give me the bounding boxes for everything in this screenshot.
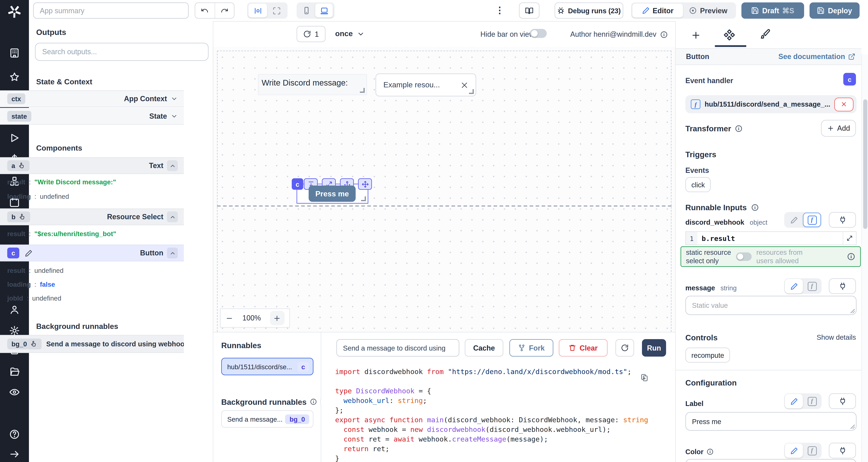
resize-handle[interactable] [469, 89, 474, 94]
settings-gear-icon[interactable] [9, 325, 20, 336]
help-icon[interactable] [9, 429, 20, 440]
static-mode-pencil-button[interactable] [785, 212, 803, 227]
save-icon [751, 7, 759, 14]
component-row-b[interactable]: b Resource Select [0, 208, 184, 225]
textarea-resize-handle[interactable] [850, 425, 855, 429]
collapse-b-button[interactable] [167, 211, 178, 222]
see-documentation-link[interactable]: See documentation [778, 53, 855, 61]
documentation-book-button[interactable] [519, 2, 539, 19]
debug-runs-button[interactable]: Debug runs (23) [555, 2, 623, 19]
tab-editor[interactable]: Editor [632, 4, 683, 18]
centered-layout-button[interactable] [248, 4, 267, 18]
show-details-link[interactable]: Show details [808, 334, 856, 341]
message-static-value-input[interactable] [685, 296, 857, 315]
undo-button[interactable] [195, 3, 215, 18]
code-lines[interactable]: import discordwebhook from "https://deno… [335, 367, 670, 462]
bg0-label: Send a message to discord using webhoo [46, 340, 184, 348]
label-value-input[interactable] [685, 412, 857, 431]
copy-code-button[interactable] [640, 373, 649, 382]
app-summary-input[interactable] [33, 2, 189, 19]
editor-refresh-button[interactable] [615, 339, 634, 357]
cache-button[interactable]: Cache [465, 339, 503, 357]
static-mode-pencil-button[interactable] [785, 394, 803, 408]
tab-styling[interactable] [760, 29, 771, 40]
bg-runnable-item[interactable]: Send a message... bg_0 [221, 410, 313, 428]
app-height-divider[interactable] [217, 205, 672, 207]
static-mode-pencil-button[interactable] [785, 443, 803, 458]
deploy-button[interactable]: Deploy [809, 2, 860, 19]
schedule-dropdown[interactable]: once [335, 30, 365, 38]
draft-button[interactable]: Draft ⌘S [741, 2, 804, 19]
runnable-item-selected[interactable]: hub/1511/discord/se... c [221, 358, 313, 375]
eval-mode-fx-button[interactable]: f [803, 443, 821, 458]
refresh-count-button[interactable]: 1 [297, 26, 326, 42]
search-outputs-input[interactable] [35, 43, 209, 61]
recompute-chip[interactable]: recompute [685, 348, 730, 363]
info-icon [310, 398, 317, 405]
canvas-text-component[interactable]: Write Discord message: [258, 74, 367, 95]
textarea-resize-handle[interactable] [850, 309, 855, 313]
canvas-resource-select[interactable]: Example resou... [375, 73, 476, 96]
discord-webhook-connect-button[interactable] [829, 212, 856, 228]
fork-button[interactable]: Fork [509, 339, 553, 357]
add-transformer-button[interactable]: Add [821, 120, 856, 137]
background-runnable-row[interactable]: bg_0 Send a message to discord using web… [0, 335, 184, 353]
expand-code-editor-button[interactable] [843, 232, 856, 244]
windmill-logo-icon[interactable] [8, 5, 21, 18]
scrollbar-thumb[interactable] [863, 99, 867, 229]
component-row-a[interactable]: a Text [0, 157, 184, 174]
state-badge: state [7, 111, 31, 122]
event-handler-component-badge: c [843, 73, 856, 86]
discord-webhook-code-input[interactable]: 1 b.result [685, 231, 857, 245]
runnable-name-input[interactable] [336, 339, 459, 357]
clear-x-icon[interactable] [461, 81, 468, 89]
resize-handle[interactable] [361, 196, 366, 201]
run-button[interactable]: Run [642, 339, 666, 357]
zoom-in-plus-button[interactable] [270, 311, 284, 325]
collapse-arrow-icon[interactable] [9, 449, 20, 460]
runs-play-icon[interactable] [9, 133, 20, 143]
eval-mode-fx-button[interactable]: f [803, 394, 821, 408]
audit-eye-icon[interactable] [9, 387, 20, 398]
clear-button[interactable]: Clear [559, 339, 608, 357]
redo-button[interactable] [215, 3, 234, 18]
resize-handle[interactable] [360, 88, 365, 93]
remove-handler-button[interactable] [834, 97, 854, 111]
eval-mode-fx-button[interactable]: f [803, 212, 821, 227]
collapse-a-button[interactable] [167, 160, 178, 171]
full-width-button[interactable] [267, 4, 286, 18]
label-connect-button[interactable] [829, 393, 856, 409]
hide-bar-toggle[interactable] [530, 29, 547, 38]
scrollbar-track[interactable] [861, 54, 868, 462]
output-row-ctx[interactable]: ctx App Context [0, 90, 184, 107]
desktop-view-button[interactable] [315, 4, 333, 18]
expand-icon [272, 6, 281, 15]
info-icon [735, 125, 743, 133]
events-label: Events [685, 166, 709, 175]
collapse-c-button[interactable] [167, 248, 178, 258]
color-value-input[interactable] [685, 459, 857, 462]
color-connect-button[interactable] [829, 443, 856, 458]
folders-icon[interactable] [9, 366, 20, 377]
zoom-out-minus-icon[interactable] [225, 314, 233, 322]
message-connect-button[interactable] [829, 278, 856, 294]
tab-component-settings[interactable] [723, 29, 735, 41]
eval-mode-fx-button[interactable]: f [803, 279, 821, 293]
users-icon[interactable] [9, 304, 20, 315]
more-menu-kebab-icon[interactable]: ⋮ [495, 4, 504, 17]
mobile-view-button[interactable] [298, 4, 315, 18]
event-handler-row[interactable]: f hub/1511/discord/send_a_message_... [685, 95, 857, 113]
tab-preview[interactable]: Preview [683, 4, 734, 18]
tab-insert[interactable] [691, 30, 701, 40]
component-row-c-selected[interactable]: c Button [0, 244, 184, 261]
active-tab-underline [715, 45, 746, 47]
click-event-chip[interactable]: click [685, 177, 711, 192]
static-resource-toggle[interactable] [736, 253, 751, 261]
workspace-icon[interactable] [9, 47, 20, 59]
output-row-state[interactable]: state State [0, 108, 184, 125]
favorites-star-icon[interactable] [9, 72, 20, 82]
refresh-icon [303, 30, 311, 38]
canvas-press-me-button[interactable]: Press me [309, 186, 355, 202]
static-mode-pencil-button[interactable] [785, 279, 803, 293]
move-component-button[interactable] [358, 178, 372, 190]
